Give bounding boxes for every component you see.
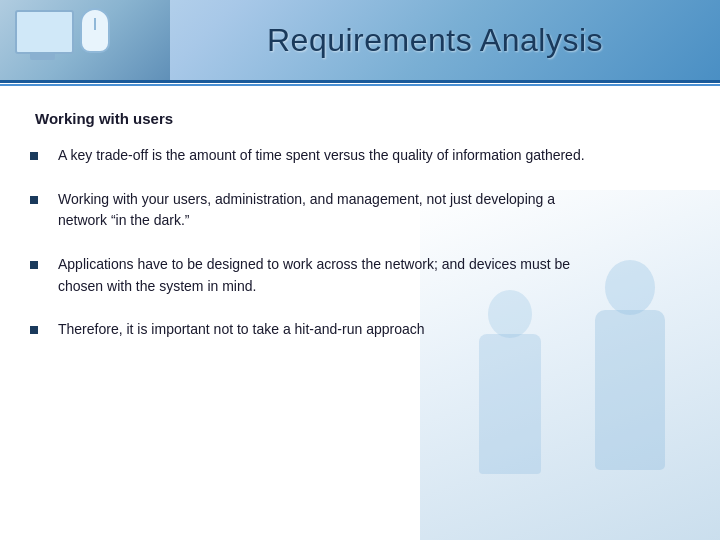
slide-container: Requirements Analysis Working with users…: [0, 0, 720, 540]
bullet-square-icon: [30, 152, 38, 160]
bullet-text-1: A key trade-off is the amount of time sp…: [58, 145, 585, 167]
bullet-marker-1: [30, 145, 50, 165]
bullet-marker-2: [30, 189, 50, 209]
slide-content: Working with users A key trade-off is th…: [0, 95, 720, 530]
bullet-square-icon: [30, 326, 38, 334]
bullet-square-icon: [30, 261, 38, 269]
list-item: Working with your users, administration,…: [30, 189, 590, 232]
slide-title: Requirements Analysis: [267, 22, 603, 59]
divider-lines: [0, 80, 720, 88]
section-title: Working with users: [35, 110, 690, 127]
header-image-left: [0, 0, 170, 80]
list-item: Applications have to be designed to work…: [30, 254, 590, 297]
list-item: A key trade-off is the amount of time sp…: [30, 145, 590, 167]
bullet-text-3: Applications have to be designed to work…: [58, 254, 590, 297]
bullet-marker-3: [30, 254, 50, 274]
bullet-square-icon: [30, 196, 38, 204]
list-item: Therefore, it is important not to take a…: [30, 319, 590, 341]
divider-line-light: [0, 84, 720, 86]
bullet-marker-4: [30, 319, 50, 339]
header-title-area: Requirements Analysis: [170, 22, 720, 59]
slide-header: Requirements Analysis: [0, 0, 720, 80]
bullet-text-4: Therefore, it is important not to take a…: [58, 319, 425, 341]
bullet-text-2: Working with your users, administration,…: [58, 189, 590, 232]
bullet-list: A key trade-off is the amount of time sp…: [30, 145, 690, 341]
mouse-icon: [80, 8, 110, 53]
divider-line-dark: [0, 80, 720, 83]
